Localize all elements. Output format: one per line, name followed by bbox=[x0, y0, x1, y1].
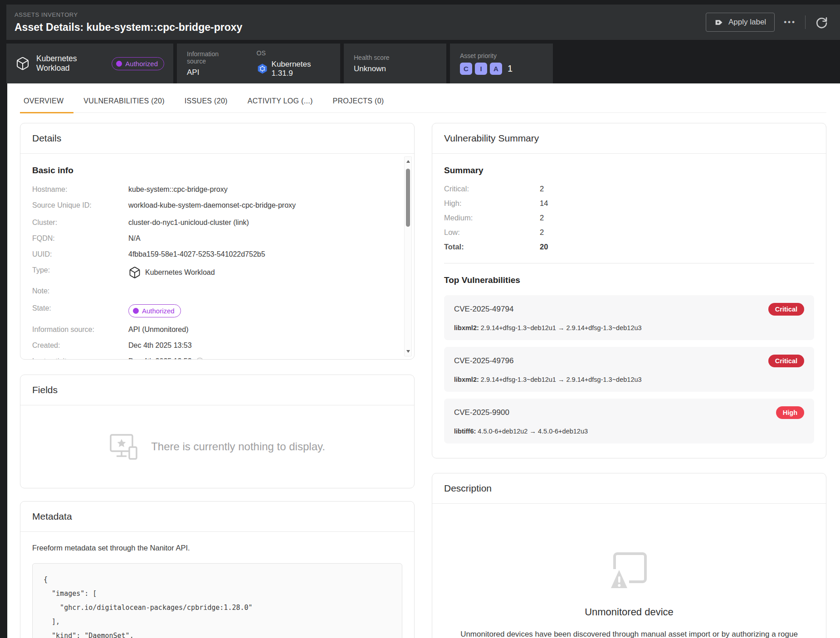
os-value: Kubernetes 1.31.9 bbox=[257, 60, 330, 78]
health-score-label: Health score bbox=[354, 54, 390, 61]
summary-divider bbox=[444, 263, 814, 263]
status-dot-icon bbox=[116, 61, 122, 67]
source-os-card: Information source API OS Kubernetes 1.3… bbox=[177, 44, 340, 83]
page-header: ASSETS INVENTORY Asset Details: kube-sys… bbox=[6, 5, 840, 40]
unmonitored-device-heading: Unmonitored device bbox=[450, 606, 808, 618]
summary-row-low: Low: 2 bbox=[444, 228, 814, 237]
detail-row-information-source: Information source: API (Unmonitored) bbox=[32, 325, 393, 335]
detail-row-note: Note: bbox=[32, 286, 393, 296]
metadata-card: Metadata Freeform metadata set through t… bbox=[20, 501, 415, 638]
vulnerability-item[interactable]: CVE-2025-49794 Critical libxml2: 2.9.14+… bbox=[444, 295, 814, 340]
scroll-down-arrow-icon[interactable] bbox=[406, 350, 410, 353]
cia-badge-i: I bbox=[475, 63, 487, 75]
tab-activity-log[interactable]: ACTIVITY LOG (...) bbox=[238, 90, 323, 113]
scroll-up-arrow-icon[interactable] bbox=[406, 160, 410, 163]
fields-card-title: Fields bbox=[20, 375, 414, 405]
cve-id[interactable]: CVE-2025-9900 bbox=[454, 408, 509, 417]
cia-badges: C I A 1 bbox=[460, 63, 513, 75]
metadata-description: Freeform metadata set through the Nanito… bbox=[32, 544, 402, 552]
status-dot-icon bbox=[133, 308, 139, 314]
cia-badge-c: C bbox=[460, 63, 472, 75]
summary-row-high: High: 14 bbox=[444, 199, 814, 208]
detail-row-source-unique-id: Source Unique ID: workload-kube-system-d… bbox=[32, 200, 393, 210]
summary-heading: Summary bbox=[444, 166, 814, 175]
tab-vulnerabilities[interactable]: VULNERABILITIES (20) bbox=[73, 90, 175, 113]
breadcrumb: ASSETS INVENTORY bbox=[15, 11, 242, 18]
refresh-icon[interactable] bbox=[815, 15, 828, 29]
asset-priority-card: Asset priority C I A 1 bbox=[450, 44, 553, 83]
os-block: OS Kubernetes 1.31.9 bbox=[257, 49, 330, 78]
information-source-value: API bbox=[187, 68, 237, 77]
detail-row-type: Type: Kubernetes Workload bbox=[32, 265, 393, 279]
package-versions: libxml2: 2.9.14+dfsg-1.3~deb12u1 → 2.9.1… bbox=[454, 376, 804, 383]
header-actions: Apply label ••• bbox=[706, 13, 828, 32]
cve-id[interactable]: CVE-2025-49794 bbox=[454, 305, 513, 314]
empty-state-text: There is currently nothing to display. bbox=[151, 440, 325, 453]
apply-label-button[interactable]: Apply label bbox=[706, 13, 775, 32]
detail-row-uuid: UUID: 4fbba159-58e1-4027-5253-541022d752… bbox=[32, 249, 393, 259]
detail-row-cluster: Cluster: cluster-do-nyc1-unicloud-cluste… bbox=[32, 218, 393, 228]
description-card: Description Unmonitored device Unmo bbox=[432, 473, 826, 638]
status-badge: Authorized bbox=[128, 304, 181, 317]
page-title: Asset Details: kube-system::cpc-bridge-p… bbox=[15, 21, 242, 34]
scrollbar-thumb[interactable] bbox=[406, 169, 410, 227]
kubernetes-icon bbox=[257, 63, 268, 74]
details-card-title: Details bbox=[20, 123, 414, 154]
metadata-json-block: { "images": [ "ghcr.io/digitalocean-pack… bbox=[32, 563, 402, 638]
tab-issues[interactable]: ISSUES (20) bbox=[175, 90, 238, 113]
details-card: Details Basic info Hostname: kube-system… bbox=[20, 123, 415, 360]
unmonitored-device-icon bbox=[608, 551, 650, 591]
vulnerability-summary-card: Vulnerability Summary Summary Critical: … bbox=[432, 123, 826, 458]
vulnerability-summary-title: Vulnerability Summary bbox=[432, 123, 826, 154]
severity-badge: Critical bbox=[768, 355, 804, 367]
asset-type-card: Kubernetes Workload Authorized bbox=[6, 44, 173, 83]
detail-row-fqdn: FQDN: N/A bbox=[32, 234, 393, 244]
header-divider bbox=[805, 15, 806, 29]
severity-badge: Critical bbox=[768, 303, 804, 316]
vulnerability-item[interactable]: CVE-2025-49796 Critical libxml2: 2.9.14+… bbox=[444, 347, 814, 392]
right-column: Vulnerability Summary Summary Critical: … bbox=[432, 123, 826, 638]
basic-info-heading: Basic info bbox=[32, 166, 393, 175]
cube-icon bbox=[15, 56, 30, 71]
main-content: OVERVIEW VULNERABILITIES (20) ISSUES (20… bbox=[7, 83, 840, 638]
detail-row-last-activity: Last activity: Dec 4th 2025 13:53 i bbox=[32, 356, 393, 359]
summary-row-critical: Critical: 2 bbox=[444, 185, 814, 193]
tab-overview[interactable]: OVERVIEW bbox=[20, 90, 73, 113]
severity-badge: High bbox=[776, 406, 804, 419]
cve-id[interactable]: CVE-2025-49796 bbox=[454, 356, 513, 365]
detail-row-created: Created: Dec 4th 2025 13:53 bbox=[32, 341, 393, 351]
asset-type-label: Kubernetes Workload bbox=[36, 54, 105, 73]
status-badge: Authorized bbox=[112, 57, 164, 70]
nothing-to-display-icon bbox=[109, 433, 139, 460]
health-score-card: Health score Unknown bbox=[344, 44, 446, 83]
header-titles: ASSETS INVENTORY Asset Details: kube-sys… bbox=[15, 11, 242, 34]
detail-row-hostname: Hostname: kube-system::cpc-bridge-proxy bbox=[32, 185, 393, 195]
detail-row-state: State: Authorized bbox=[32, 303, 393, 317]
information-source-block: Information source API bbox=[187, 50, 237, 77]
cube-icon bbox=[128, 266, 141, 279]
label-plus-icon bbox=[714, 18, 724, 27]
info-icon[interactable]: i bbox=[196, 358, 204, 360]
fields-card: Fields There is currently nothing to dis… bbox=[20, 375, 415, 488]
details-scrollbar[interactable] bbox=[404, 156, 412, 356]
details-scroll-area: Basic info Hostname: kube-system::cpc-br… bbox=[20, 154, 414, 359]
unmonitored-device-text: Unmonitored devices have been discovered… bbox=[450, 628, 808, 638]
description-card-title: Description bbox=[432, 473, 826, 504]
cia-badge-a: A bbox=[490, 63, 502, 75]
metadata-card-title: Metadata bbox=[20, 502, 414, 532]
summary-row-medium: Medium: 2 bbox=[444, 214, 814, 222]
tab-projects[interactable]: PROJECTS (0) bbox=[323, 90, 394, 113]
more-options-button[interactable]: ••• bbox=[784, 18, 796, 27]
vulnerability-item[interactable]: CVE-2025-9900 High libtiff6: 4.5.0-6+deb… bbox=[444, 399, 814, 443]
package-versions: libxml2: 2.9.14+dfsg-1.3~deb12u1 → 2.9.1… bbox=[454, 324, 804, 331]
fields-empty-state: There is currently nothing to display. bbox=[20, 405, 414, 488]
tab-bar: OVERVIEW VULNERABILITIES (20) ISSUES (20… bbox=[20, 83, 826, 113]
information-source-label: Information source bbox=[187, 50, 237, 65]
asset-priority-label: Asset priority bbox=[460, 52, 513, 59]
description-empty-state: Unmonitored device Unmonitored devices h… bbox=[432, 504, 826, 638]
health-score-value: Unknown bbox=[354, 64, 390, 73]
asset-priority-value: 1 bbox=[508, 63, 513, 74]
left-column: Details Basic info Hostname: kube-system… bbox=[20, 123, 415, 638]
asset-info-strip: Kubernetes Workload Authorized Informati… bbox=[6, 44, 840, 83]
top-vulnerabilities-heading: Top Vulnerabilities bbox=[444, 275, 814, 285]
